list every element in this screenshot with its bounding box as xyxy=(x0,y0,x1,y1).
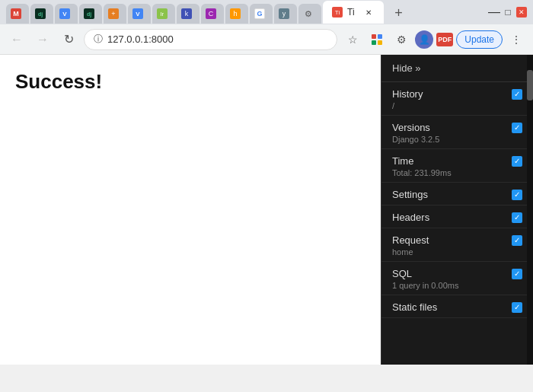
toolbar-item-history-checkbox[interactable] xyxy=(512,89,522,100)
toolbar-item-history-header: History xyxy=(392,88,522,100)
toolbar-item-settings-label: Settings xyxy=(392,189,428,200)
svg-rect-3 xyxy=(378,40,382,45)
tab-c[interactable]: C xyxy=(201,4,224,24)
tab-favicon-lr: lr xyxy=(157,8,168,19)
profile-avatar[interactable]: 👤 xyxy=(415,30,433,49)
minimize-button[interactable]: — xyxy=(489,7,499,18)
debug-toolbar: Hide » History / Versions Django 3.2.5 T… xyxy=(381,55,533,365)
maximize-button[interactable]: □ xyxy=(503,7,513,18)
close-button[interactable]: ✕ xyxy=(516,7,527,18)
browser-tabs: M dj V dj + V lr k C h G xyxy=(6,1,486,24)
toolbar-item-sql-value: 1 query in 0.00ms xyxy=(392,281,522,290)
toolbar-item-versions-value: Django 3.2.5 xyxy=(392,135,522,144)
toolbar-item-staticfiles-header: Static files xyxy=(392,301,522,313)
content-area: Success! Hide » History / Versions Djang… xyxy=(0,55,533,365)
tab-ti[interactable]: Ti Ti ✕ xyxy=(323,1,384,24)
toolbar-item-versions[interactable]: Versions Django 3.2.5 xyxy=(381,116,533,149)
toolbar-item-time-value: Total: 231.99ms xyxy=(392,168,522,177)
toolbar-item-settings[interactable]: Settings xyxy=(381,183,533,206)
tab-favicon-h: h xyxy=(230,8,241,19)
page-content: Success! xyxy=(0,55,381,365)
toolbar-item-history-label: History xyxy=(392,88,423,100)
toolbar-item-time-header: Time xyxy=(392,155,522,167)
chrome-menu-icon[interactable]: ⋮ xyxy=(506,29,527,50)
toolbar-item-versions-label: Versions xyxy=(392,122,430,133)
toolbar-item-staticfiles-checkbox[interactable] xyxy=(512,302,522,313)
svg-rect-0 xyxy=(372,34,376,39)
toolbar-item-versions-header: Versions xyxy=(392,122,522,133)
tab-favicon-y: y xyxy=(279,8,289,19)
toolbar-item-headers-checkbox[interactable] xyxy=(512,212,522,223)
extensions-icon[interactable]: ⚙ xyxy=(391,29,412,50)
page-background: Success! xyxy=(0,55,381,365)
tab-favicon-m: M xyxy=(11,8,21,19)
url-bar[interactable]: ⓘ 127.0.0.1:8000 xyxy=(84,29,337,50)
address-bar: ← → ↻ ⓘ 127.0.0.1:8000 ☆ ⚙ 👤 PDF Update … xyxy=(0,24,533,55)
window-controls: — □ ✕ xyxy=(489,7,527,18)
toolbar-item-settings-header: Settings xyxy=(392,189,522,200)
toolbar-item-request-value: home xyxy=(392,247,522,257)
toolbar-item-sql[interactable]: SQL 1 query in 0.00ms xyxy=(381,262,533,295)
toolbar-item-history[interactable]: History / xyxy=(381,82,533,116)
tab-y[interactable]: y xyxy=(274,4,297,24)
tab-g[interactable]: G xyxy=(250,4,273,24)
toolbar-item-staticfiles-label: Static files xyxy=(392,301,437,313)
tab-favicon-g: G xyxy=(254,8,265,19)
toolbar-item-history-value: / xyxy=(392,101,522,110)
tab-favicon-v1: V xyxy=(59,8,70,19)
toolbar-item-sql-checkbox[interactable] xyxy=(512,269,522,279)
tab-ti-close[interactable]: ✕ xyxy=(362,6,375,18)
tab-favicon-v3: V xyxy=(132,8,143,19)
scrollbar-track[interactable] xyxy=(527,55,533,365)
toolbar-hide-label: Hide » xyxy=(392,62,421,74)
toolbar-item-sql-header: SQL xyxy=(392,268,522,279)
success-heading: Success! xyxy=(15,70,365,94)
scrollbar-thumb[interactable] xyxy=(527,70,533,100)
tab-v3[interactable]: V xyxy=(128,4,151,24)
toolbar-icons: ☆ ⚙ 👤 PDF Update ⋮ xyxy=(342,29,527,50)
tab-gear[interactable]: ⚙ xyxy=(298,4,321,24)
new-tab-button[interactable]: + xyxy=(388,2,410,24)
toolbar-item-time-label: Time xyxy=(392,155,413,167)
tab-v1[interactable]: V xyxy=(55,4,78,24)
reload-button[interactable]: ↻ xyxy=(58,29,79,50)
tab-favicon-gear: ⚙ xyxy=(303,8,314,19)
svg-rect-1 xyxy=(378,34,382,39)
toolbar-item-versions-checkbox[interactable] xyxy=(512,123,522,133)
tab-favicon-c: C xyxy=(206,8,216,19)
tab-favicon-ti: Ti xyxy=(332,7,343,18)
tab-h[interactable]: h xyxy=(225,4,248,24)
toolbar-item-headers-header: Headers xyxy=(392,212,522,223)
svg-rect-2 xyxy=(372,40,376,45)
extension-pdf-icon[interactable]: PDF xyxy=(436,33,453,46)
forward-button[interactable]: → xyxy=(32,29,53,50)
toolbar-item-request-label: Request xyxy=(392,234,429,246)
tab-ti-label: Ti xyxy=(347,7,355,18)
toolbar-item-request-checkbox[interactable] xyxy=(512,235,522,246)
tab-lr[interactable]: lr xyxy=(152,4,175,24)
toolbar-item-time[interactable]: Time Total: 231.99ms xyxy=(381,149,533,183)
tab-dj1[interactable]: dj xyxy=(30,4,53,24)
tab-favicon-dj1: dj xyxy=(35,8,46,19)
tab-m[interactable]: M xyxy=(6,4,29,24)
toolbar-item-sql-label: SQL xyxy=(392,268,412,279)
toolbar-item-time-checkbox[interactable] xyxy=(512,156,522,167)
toolbar-item-headers-label: Headers xyxy=(392,212,429,223)
toolbar-hide-button[interactable]: Hide » xyxy=(381,55,533,82)
url-text: 127.0.0.1:8000 xyxy=(107,33,174,45)
toolbar-item-staticfiles[interactable]: Static files xyxy=(381,295,533,318)
tab-favicon-dj2: dj xyxy=(84,8,94,19)
tab-k[interactable]: k xyxy=(177,4,199,24)
tab-v2[interactable]: + xyxy=(104,4,126,24)
toolbar-item-headers[interactable]: Headers xyxy=(381,206,533,228)
update-button[interactable]: Update xyxy=(456,30,503,49)
back-button[interactable]: ← xyxy=(6,29,27,50)
toolbar-item-settings-checkbox[interactable] xyxy=(512,190,522,200)
toolbar-item-request-header: Request xyxy=(392,234,522,246)
bookmark-icon[interactable]: ☆ xyxy=(342,29,363,50)
extension1-icon[interactable] xyxy=(366,29,388,50)
tab-favicon-v2: + xyxy=(108,8,119,19)
toolbar-item-request[interactable]: Request home xyxy=(381,228,533,262)
tab-dj2[interactable]: dj xyxy=(79,4,102,24)
tab-favicon-k: k xyxy=(181,8,192,19)
